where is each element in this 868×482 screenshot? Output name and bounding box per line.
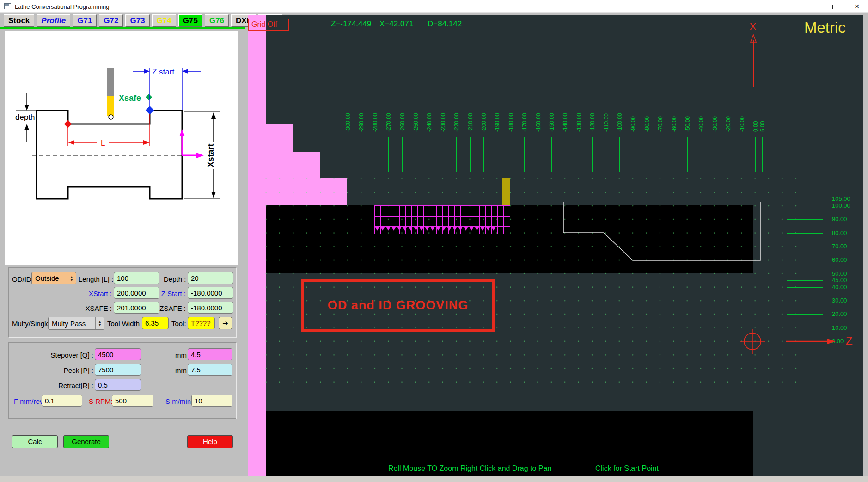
ruler-label: -60.00	[671, 116, 678, 132]
tab-g75[interactable]: G75	[178, 14, 202, 27]
close-button[interactable]: ✕	[846, 0, 868, 13]
tab-g71[interactable]: G71	[73, 14, 97, 27]
peck-label: Peck [P] :	[46, 366, 93, 374]
tab-g72[interactable]: G72	[99, 14, 123, 27]
maximize-button[interactable]	[824, 0, 846, 13]
length-input[interactable]	[114, 272, 159, 284]
ruler-label: -120.00	[589, 113, 596, 132]
title-bar: Lathe Conversational Programming	[0, 0, 868, 13]
xsafe-field-label: XSAFE :	[79, 304, 112, 312]
ruler-tick	[524, 137, 525, 172]
xstart-input[interactable]	[114, 287, 159, 299]
peck-mm-input[interactable]	[188, 364, 232, 376]
help-button[interactable]: Help	[187, 435, 233, 448]
grooving-tool	[502, 178, 510, 205]
ruler-label: -230.00	[440, 113, 446, 132]
pass-arrow-icon	[375, 227, 379, 233]
depth-label-field: Depth :	[164, 275, 186, 283]
spinner-arrows-icon[interactable]: ▲▼	[95, 317, 104, 329]
multy-single-select[interactable]: Multy Pass ▲▼	[48, 317, 104, 330]
pass-arrow-icon	[425, 227, 429, 233]
scale-label: 45.00	[832, 277, 847, 284]
scale-label: 30.00	[832, 297, 847, 304]
peck-input[interactable]	[95, 364, 141, 376]
surface-speed-label: S m/min	[165, 397, 191, 405]
scale-label: 80.00	[832, 229, 847, 237]
ruler-tick	[538, 137, 538, 172]
ruler-tick	[728, 137, 728, 172]
ruler-tick	[687, 137, 688, 172]
tool-shank	[107, 68, 114, 96]
ruler-tick	[701, 137, 701, 172]
scale-line	[787, 199, 823, 199]
xsafe-label: Xsafe	[119, 93, 141, 103]
status-bar	[0, 476, 868, 482]
pass-arrow-icon	[464, 227, 468, 233]
tool-input[interactable]	[188, 317, 215, 329]
calc-button[interactable]: Calc	[12, 435, 58, 448]
ruler-label: 0.00	[752, 121, 759, 132]
zsafe-input[interactable]	[188, 302, 233, 314]
ruler-tick	[755, 137, 756, 172]
scale-line	[787, 287, 823, 288]
tab-g76[interactable]: G76	[205, 14, 229, 27]
tool-width-label: Tool Width :	[107, 320, 143, 328]
pass-arrow-icon	[386, 227, 390, 233]
ruler-tick	[429, 137, 429, 172]
ruler-tick	[660, 137, 660, 172]
machining-preview-canvas[interactable]: -300.00-290.00-280.00-270.00-260.00-250.…	[248, 15, 863, 476]
ruler-label: -260.00	[399, 113, 406, 132]
scale-label: 90.00	[832, 216, 847, 223]
depth-input[interactable]	[188, 272, 233, 284]
od-id-value: Outside	[32, 274, 67, 282]
spinner-arrows-icon[interactable]: ▲▼	[67, 272, 76, 284]
ruler-label: -150.00	[549, 113, 555, 132]
peck-mm-label: mm	[175, 366, 187, 374]
ruler-label: -110.00	[603, 113, 610, 132]
ruler-tick	[565, 137, 565, 172]
ruler-tick	[762, 137, 763, 172]
multy-single-label: Multy/Single	[12, 320, 50, 328]
od-id-label: OD/ID	[12, 275, 31, 283]
grooving-diagram: depth Xsafe Z start L Xstart	[5, 31, 238, 265]
tab-profile[interactable]: Profile	[37, 14, 70, 27]
ruler-label: -240.00	[426, 113, 433, 132]
readout-d: D=84.142	[428, 19, 462, 29]
stepover-mm-input[interactable]	[188, 348, 232, 360]
minimize-button[interactable]: —	[801, 0, 824, 13]
xsafe-input[interactable]	[114, 302, 159, 314]
pass-arrow-icon	[458, 227, 462, 233]
xstart-field-label: XStart :	[79, 290, 112, 297]
x-axis-arrow-icon	[750, 34, 759, 88]
grid-toggle-button[interactable]: Grid Off	[248, 19, 289, 31]
tab-g73[interactable]: G73	[125, 14, 149, 27]
scale-label: 50.00	[832, 270, 847, 278]
zstart-input[interactable]	[188, 287, 233, 299]
z-ruler: -300.00-290.00-280.00-270.00-260.00-250.…	[248, 15, 863, 182]
xstart-label: Xstart	[206, 143, 215, 167]
scale-line	[787, 301, 823, 301]
tool-label: Tool:	[171, 320, 186, 328]
start-point-crosshair-icon[interactable]	[739, 328, 767, 356]
ruler-label: -50.00	[685, 116, 691, 132]
stepover-mm-label: mm	[175, 351, 187, 359]
finish-profile	[557, 198, 768, 267]
ruler-tick	[606, 137, 606, 172]
scale-line	[787, 274, 823, 274]
rpm-input[interactable]	[112, 395, 153, 407]
stepover-input[interactable]	[95, 348, 141, 360]
generate-button[interactable]: Generate	[63, 435, 109, 448]
ruler-label: -210.00	[467, 113, 474, 132]
ruler-label: -10.00	[739, 116, 746, 132]
tool-select-arrow-button[interactable]: ➔	[219, 317, 232, 329]
retract-input[interactable]	[95, 379, 141, 391]
tab-stock[interactable]: Stock	[4, 14, 34, 27]
od-id-select[interactable]: Outside ▲▼	[31, 272, 76, 284]
tool-width-input[interactable]	[142, 317, 169, 329]
tab-g74[interactable]: G74	[152, 14, 176, 27]
ruler-tick	[483, 137, 484, 172]
feed-input[interactable]	[42, 395, 82, 407]
surface-speed-input[interactable]	[191, 395, 232, 407]
xsafe-diamond	[146, 94, 152, 100]
ruler-tick	[388, 137, 389, 172]
